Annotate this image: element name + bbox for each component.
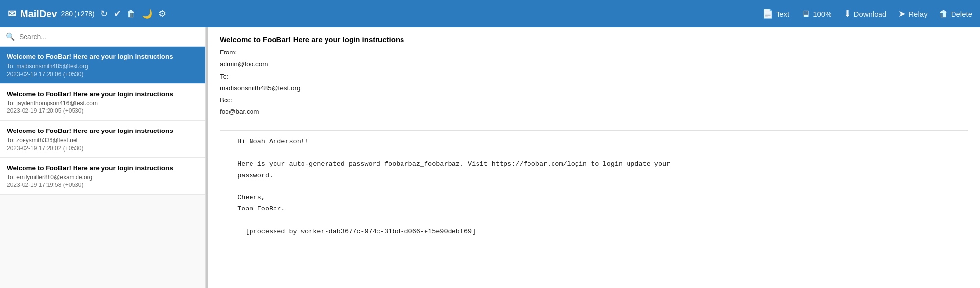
email-subject: Welcome to FooBar! Here are your login i… <box>7 52 199 61</box>
email-count: 280 (+278) <box>61 10 95 18</box>
trash-icon[interactable]: 🗑 <box>127 9 136 19</box>
bcc-value: foo@bar.com <box>220 108 259 115</box>
main-content: 🔍 Welcome to FooBar! Here are your login… <box>0 27 980 288</box>
relay-label: Relay <box>908 10 927 18</box>
email-subject: Welcome to FooBar! Here are your login i… <box>7 164 199 173</box>
navbar-actions: 📄 Text 🖥 100% ⬇ Download ➤ Relay 🗑 Delet… <box>762 8 972 19</box>
email-subject: Welcome to FooBar! Here are your login i… <box>7 90 199 99</box>
download-icon: ⬇ <box>844 8 851 19</box>
email-to: To: zoeysmith336@test.net <box>7 137 199 144</box>
zoom-label: 100% <box>813 10 831 18</box>
app-brand: ✉ MailDev 280 (+278) <box>8 8 95 20</box>
detail-subject: Welcome to FooBar! Here are your login i… <box>220 35 968 44</box>
email-list: Welcome to FooBar! Here are your login i… <box>0 47 205 288</box>
delete-label: Delete <box>951 10 972 18</box>
text-button[interactable]: 📄 Text <box>762 8 790 19</box>
to-label: To: <box>220 73 228 80</box>
email-subject: Welcome to FooBar! Here are your login i… <box>7 127 199 135</box>
search-icon: 🔍 <box>6 32 15 41</box>
email-to: To: madisonsmith485@test.org <box>7 63 199 70</box>
detail-body: Hi Noah Anderson!! Here is your auto-gen… <box>220 136 968 237</box>
zoom-button[interactable]: 🖥 100% <box>801 9 831 19</box>
text-icon: 📄 <box>762 8 773 19</box>
email-date: 2023-02-19 17:20:02 (+0530) <box>7 145 199 152</box>
download-button[interactable]: ⬇ Download <box>844 8 887 19</box>
search-input[interactable] <box>19 33 200 41</box>
relay-button[interactable]: ➤ Relay <box>898 8 927 19</box>
email-date: 2023-02-19 17:20:05 (+0530) <box>7 107 199 114</box>
bcc-label: Bcc: <box>220 96 232 104</box>
zoom-icon: 🖥 <box>801 9 810 19</box>
detail-divider <box>220 130 968 131</box>
app-name: MailDev <box>20 8 57 20</box>
email-detail: Welcome to FooBar! Here are your login i… <box>208 27 980 288</box>
refresh-icon[interactable]: ↻ <box>101 8 108 19</box>
from-label: From: <box>220 49 237 56</box>
gear-icon[interactable]: ⚙ <box>158 8 166 19</box>
download-label: Download <box>854 10 887 18</box>
detail-header: Welcome to FooBar! Here are your login i… <box>220 35 968 118</box>
from-value: admin@foo.com <box>220 60 268 68</box>
navbar: ✉ MailDev 280 (+278) ↻ ✔ 🗑 🌙 ⚙ 📄 Text 🖥 … <box>0 0 980 27</box>
mail-icon: ✉ <box>8 8 16 20</box>
email-list-item[interactable]: Welcome to FooBar! Here are your login i… <box>0 47 205 84</box>
moon-icon[interactable]: 🌙 <box>142 8 152 19</box>
to-value: madisonsmith485@test.org <box>220 84 301 92</box>
email-date: 2023-02-19 17:19:58 (+0530) <box>7 182 199 188</box>
search-bar: 🔍 <box>0 27 205 47</box>
relay-icon: ➤ <box>898 8 905 19</box>
delete-icon: 🗑 <box>939 9 948 19</box>
detail-meta: From: admin@foo.com To: madisonsmith485@… <box>220 47 968 118</box>
navbar-left: ✉ MailDev 280 (+278) ↻ ✔ 🗑 🌙 ⚙ <box>8 8 166 20</box>
email-date: 2023-02-19 17:20:06 (+0530) <box>7 71 199 78</box>
email-list-item[interactable]: Welcome to FooBar! Here are your login i… <box>0 121 205 158</box>
text-label: Text <box>776 10 790 18</box>
email-list-item[interactable]: Welcome to FooBar! Here are your login i… <box>0 84 205 121</box>
email-to: To: emilymiller880@example.org <box>7 174 199 181</box>
delete-button[interactable]: 🗑 Delete <box>939 9 972 19</box>
check-icon[interactable]: ✔ <box>114 8 121 19</box>
sidebar: 🔍 Welcome to FooBar! Here are your login… <box>0 27 206 288</box>
email-list-item[interactable]: Welcome to FooBar! Here are your login i… <box>0 158 205 195</box>
email-to: To: jaydenthompson416@test.com <box>7 100 199 106</box>
